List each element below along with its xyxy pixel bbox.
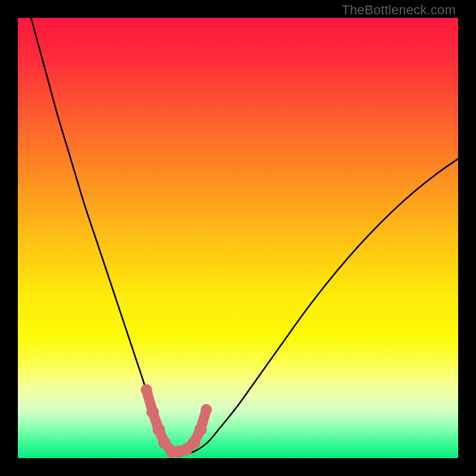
marker-dot (146, 406, 159, 418)
marker-dot (141, 384, 152, 396)
marker-dot (201, 404, 212, 415)
chart-background (18, 18, 458, 458)
plot-area (18, 18, 458, 458)
watermark-text: TheBottleneck.com (342, 2, 456, 18)
outer-frame: TheBottleneck.com (0, 0, 476, 476)
marker-dot (152, 423, 165, 436)
marker-dot (188, 437, 201, 449)
marker-dot (195, 423, 207, 436)
chart-svg (18, 18, 458, 458)
